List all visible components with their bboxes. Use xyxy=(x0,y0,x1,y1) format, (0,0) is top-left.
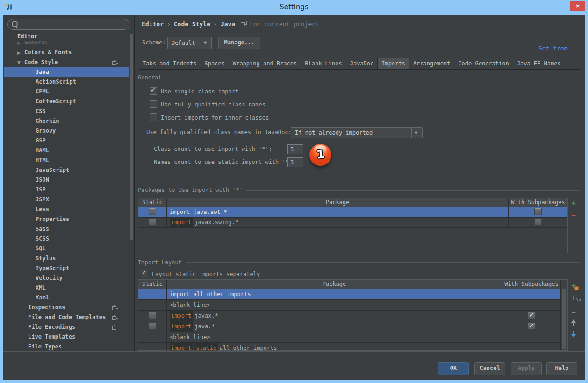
tab[interactable]: Tabs and Indents xyxy=(139,58,201,70)
sidebar-item[interactable]: Less xyxy=(4,205,129,214)
import-layout-header: Static Package With Subpackages xyxy=(138,280,561,289)
sidebar-item[interactable]: JavaScript xyxy=(4,165,129,175)
tab[interactable]: Code Generation xyxy=(454,58,513,70)
sidebar-item[interactable]: JSP xyxy=(4,185,129,195)
static-checkbox[interactable] xyxy=(149,208,156,215)
table-row[interactable]: importjavax.swing.* xyxy=(138,218,567,228)
close-button[interactable]: × xyxy=(570,1,585,11)
table-row[interactable]: importstaticall other imports xyxy=(138,343,561,352)
table-scrollbar[interactable] xyxy=(560,280,567,350)
help-button[interactable]: Help xyxy=(546,362,577,375)
search-input[interactable] xyxy=(20,20,125,29)
sidebar-scrollbar[interactable] xyxy=(130,34,133,240)
sidebar-item[interactable]: ▶Colors & Fonts xyxy=(4,48,129,57)
tab[interactable]: JavaDoc xyxy=(346,58,378,70)
remove-row-button[interactable]: − xyxy=(569,309,578,316)
sidebar-item[interactable]: TypeScript xyxy=(4,263,129,273)
sidebar-item[interactable]: CoffeeScript xyxy=(4,97,129,106)
close-icon: × xyxy=(575,2,581,9)
sidebar-item[interactable]: Groovy xyxy=(4,126,129,136)
add-package-button[interactable]: + xyxy=(569,199,578,207)
search-icon xyxy=(12,21,18,27)
tab[interactable]: Arrangement xyxy=(409,58,454,70)
import-layout-rows: import all other imports <blank line> xyxy=(138,289,561,352)
sidebar-item[interactable]: Java xyxy=(4,67,129,77)
per-project-icon xyxy=(112,60,118,65)
group-packages: Packages to Use Import with '*' xyxy=(138,187,580,193)
sidebar-item-label: GSP xyxy=(36,137,46,144)
move-down-button[interactable] xyxy=(569,331,578,340)
add-package-row-button[interactable]: + xyxy=(569,282,578,290)
table-row[interactable]: importjava.* xyxy=(138,321,561,332)
move-up-button[interactable] xyxy=(569,319,578,328)
sidebar-item[interactable]: Properties xyxy=(4,214,129,224)
scheme-select[interactable]: Default xyxy=(167,37,212,49)
sidebar-item[interactable]: File and Code Templates xyxy=(4,312,129,322)
layout-static-checkbox[interactable] xyxy=(141,270,148,277)
static-count-field[interactable] xyxy=(287,157,303,167)
sidebar-item[interactable]: Live Templates xyxy=(4,332,129,342)
sidebar-item[interactable]: ▼Code Style xyxy=(4,57,129,67)
sidebar-item[interactable]: Velocity xyxy=(4,273,129,283)
sidebar-item[interactable]: Gherkin xyxy=(4,116,129,126)
sidebar-item[interactable]: GSP xyxy=(4,136,129,146)
sidebar-item[interactable]: Inspections xyxy=(4,303,129,312)
footer: OK Cancel Apply Help xyxy=(3,351,585,380)
sidebar-item[interactable]: XML xyxy=(4,283,129,293)
subpackages-checkbox[interactable] xyxy=(528,322,535,330)
table-row[interactable]: import all other imports xyxy=(138,289,561,300)
sidebar-item[interactable]: Yaml xyxy=(4,293,129,303)
sidebar-item[interactable]: JSON xyxy=(4,175,129,185)
class-count-field[interactable] xyxy=(287,144,303,154)
table-row[interactable]: <blank line> xyxy=(138,332,561,343)
subpackages-checkbox[interactable] xyxy=(528,312,535,319)
tab[interactable]: Java EE Names xyxy=(513,58,565,70)
sidebar-item-label: ActionScript xyxy=(36,78,76,85)
checkbox[interactable] xyxy=(150,100,157,108)
sidebar-item[interactable]: SCSS xyxy=(4,234,129,244)
sidebar-item[interactable]: HAML xyxy=(4,146,129,156)
sidebar-item[interactable]: File Encodings xyxy=(4,322,129,332)
sidebar-item[interactable]: HTML xyxy=(4,156,129,165)
sidebar-item[interactable]: ActionScript xyxy=(4,77,129,87)
per-project-icon xyxy=(112,325,118,330)
static-checkbox[interactable] xyxy=(149,312,156,319)
subpackages-checkbox[interactable] xyxy=(534,218,542,226)
sidebar-item-label: HAML xyxy=(36,147,49,154)
static-checkbox[interactable] xyxy=(149,218,156,226)
javadoc-select[interactable]: If not already imported xyxy=(291,127,423,138)
checkbox[interactable] xyxy=(150,87,157,95)
sidebar-item[interactable]: SQL xyxy=(4,244,129,254)
tab[interactable]: Blank Lines xyxy=(301,58,346,70)
window-title: Settings xyxy=(0,3,588,11)
sidebar-item[interactable]: Stylus xyxy=(4,254,129,263)
sidebar-item-label: Code Style xyxy=(24,59,58,65)
ok-button[interactable]: OK xyxy=(438,362,469,375)
sidebar-item[interactable]: File Types xyxy=(4,342,129,352)
apply-button[interactable]: Apply xyxy=(511,362,542,375)
keyword-chip: import xyxy=(170,321,193,332)
tab[interactable]: Spaces xyxy=(201,58,229,70)
tab[interactable]: Imports xyxy=(378,58,409,70)
package-text: javax.* xyxy=(194,312,218,319)
remove-package-button[interactable]: − xyxy=(569,212,578,219)
sidebar-item[interactable]: CSS xyxy=(4,106,129,116)
table-row[interactable]: <blank line> xyxy=(138,300,561,311)
sidebar-item[interactable]: CFML xyxy=(4,87,129,97)
static-checkbox[interactable] xyxy=(149,322,156,330)
checkbox[interactable] xyxy=(150,113,157,121)
table-row[interactable]: importjavax.* xyxy=(138,311,561,321)
cancel-button[interactable]: Cancel xyxy=(474,362,505,375)
table-row[interactable]: import java.awt.* xyxy=(138,207,567,218)
tab[interactable]: Wrapping and Braces xyxy=(229,58,301,70)
subpackages-checkbox[interactable] xyxy=(534,208,542,215)
breadcrumb-code-style[interactable]: Code Style xyxy=(174,21,210,28)
add-blank-line-button[interactable]: + xyxy=(569,294,578,302)
breadcrumb-editor[interactable]: Editor xyxy=(142,21,164,28)
set-from-link[interactable]: Set from... xyxy=(538,45,579,52)
settings-search[interactable] xyxy=(7,19,129,30)
sidebar-item[interactable]: Sass xyxy=(4,224,129,234)
manage-button[interactable]: Manage... xyxy=(218,37,260,49)
sidebar-item[interactable]: JSPX xyxy=(4,195,129,205)
breadcrumb-java[interactable]: Java xyxy=(221,21,235,28)
